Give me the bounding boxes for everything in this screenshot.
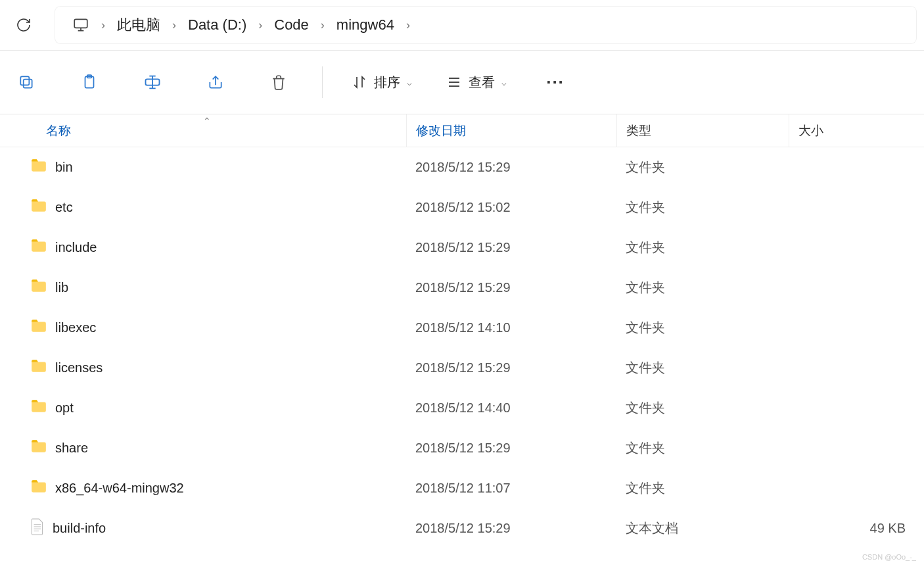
- table-row[interactable]: include2018/5/12 15:29文件夹: [0, 228, 924, 268]
- paste-icon[interactable]: [75, 68, 104, 97]
- file-date: 2018/5/12 11:07: [406, 481, 616, 496]
- column-name-label: 名称: [46, 122, 71, 139]
- breadcrumb-item[interactable]: 此电脑: [112, 7, 166, 43]
- file-type: 文件夹: [616, 359, 789, 377]
- file-date: 2018/5/12 14:40: [406, 400, 616, 416]
- file-name: licenses: [55, 360, 103, 375]
- sort-button[interactable]: 排序 ⌵: [352, 74, 412, 91]
- table-row[interactable]: etc2018/5/12 15:02文件夹: [0, 187, 924, 228]
- file-date: 2018/5/12 15:02: [406, 200, 616, 215]
- breadcrumb-item[interactable]: Data (D:): [183, 7, 252, 43]
- svg-rect-1: [24, 80, 32, 88]
- table-row[interactable]: bin2018/5/12 15:29文件夹: [0, 147, 924, 187]
- table-row[interactable]: share2018/5/12 15:29文件夹: [0, 428, 924, 468]
- table-row[interactable]: libexec2018/5/12 14:10文件夹: [0, 308, 924, 348]
- svg-rect-2: [20, 76, 29, 85]
- file-icon: [30, 518, 45, 539]
- breadcrumb-item[interactable]: mingw64: [331, 7, 400, 43]
- column-type[interactable]: 类型: [616, 114, 789, 147]
- file-name: include: [55, 240, 97, 255]
- view-label: 查看: [469, 74, 495, 91]
- table-row[interactable]: opt2018/5/12 14:40文件夹: [0, 388, 924, 428]
- chevron-right-icon: ›: [97, 18, 109, 32]
- file-name: opt: [55, 400, 74, 416]
- sort-label: 排序: [374, 74, 400, 91]
- file-date: 2018/5/12 15:29: [406, 521, 616, 536]
- file-name: etc: [55, 200, 73, 215]
- rename-icon[interactable]: [138, 68, 167, 97]
- folder-icon: [30, 239, 47, 256]
- file-type: 文件夹: [616, 479, 789, 497]
- folder-icon: [30, 479, 47, 497]
- column-headers: 名称 ⌃ 修改日期 类型 大小: [0, 114, 924, 147]
- watermark: CSDN @oOo_-_: [862, 553, 916, 561]
- file-date: 2018/5/12 14:10: [406, 320, 616, 335]
- chevron-right-icon: ›: [254, 18, 266, 32]
- share-icon[interactable]: [201, 68, 230, 97]
- folder-icon: [30, 158, 47, 176]
- table-row[interactable]: lib2018/5/12 15:29文件夹: [0, 268, 924, 308]
- file-date: 2018/5/12 15:29: [406, 160, 616, 175]
- file-name: x86_64-w64-mingw32: [55, 481, 184, 496]
- file-name: lib: [55, 280, 68, 295]
- folder-icon: [30, 319, 47, 337]
- file-type: 文件夹: [616, 279, 789, 297]
- chevron-down-icon: ⌵: [501, 78, 507, 87]
- chevron-right-icon: ›: [402, 18, 414, 32]
- file-date: 2018/5/12 15:29: [406, 360, 616, 375]
- view-button[interactable]: 查看 ⌵: [446, 74, 507, 91]
- file-date: 2018/5/12 15:29: [406, 441, 616, 456]
- folder-icon: [30, 399, 47, 417]
- chevron-right-icon: ›: [317, 18, 329, 32]
- chevron-down-icon: ⌵: [407, 78, 412, 87]
- this-pc-icon[interactable]: [67, 7, 95, 43]
- folder-icon: [30, 279, 47, 297]
- folder-icon: [30, 439, 47, 457]
- file-type: 文件夹: [616, 199, 789, 216]
- svg-rect-0: [74, 19, 87, 28]
- file-name: build-info: [53, 521, 106, 536]
- folder-icon: [30, 359, 47, 377]
- copy-icon[interactable]: [12, 68, 41, 97]
- file-type: 文件夹: [616, 239, 789, 256]
- table-row[interactable]: build-info2018/5/12 15:29文本文档49 KB: [0, 508, 924, 548]
- file-name: libexec: [55, 320, 96, 335]
- column-size[interactable]: 大小: [789, 114, 924, 147]
- table-row[interactable]: licenses2018/5/12 15:29文件夹: [0, 348, 924, 388]
- file-type: 文件夹: [616, 439, 789, 457]
- file-type: 文件夹: [616, 399, 789, 417]
- column-date[interactable]: 修改日期: [406, 114, 616, 147]
- folder-icon: [30, 199, 47, 216]
- file-type: 文件夹: [616, 319, 789, 337]
- column-name[interactable]: 名称 ⌃: [0, 122, 406, 139]
- breadcrumb-item[interactable]: Code: [269, 7, 314, 43]
- file-type: 文件夹: [616, 158, 789, 176]
- refresh-button[interactable]: [8, 9, 39, 41]
- breadcrumb[interactable]: › 此电脑 › Data (D:) › Code › mingw64 ›: [55, 7, 916, 43]
- file-date: 2018/5/12 15:29: [406, 240, 616, 255]
- chevron-right-icon: ›: [168, 18, 180, 32]
- delete-icon[interactable]: [264, 68, 293, 97]
- file-name: bin: [55, 160, 73, 175]
- sort-asc-icon: ⌃: [203, 116, 211, 126]
- separator: [322, 66, 323, 98]
- more-button[interactable]: ···: [541, 68, 570, 97]
- file-size: 49 KB: [789, 521, 924, 536]
- table-row[interactable]: x86_64-w64-mingw322018/5/12 11:07文件夹: [0, 468, 924, 508]
- file-name: share: [55, 441, 88, 456]
- file-date: 2018/5/12 15:29: [406, 280, 616, 295]
- file-type: 文本文档: [616, 519, 789, 537]
